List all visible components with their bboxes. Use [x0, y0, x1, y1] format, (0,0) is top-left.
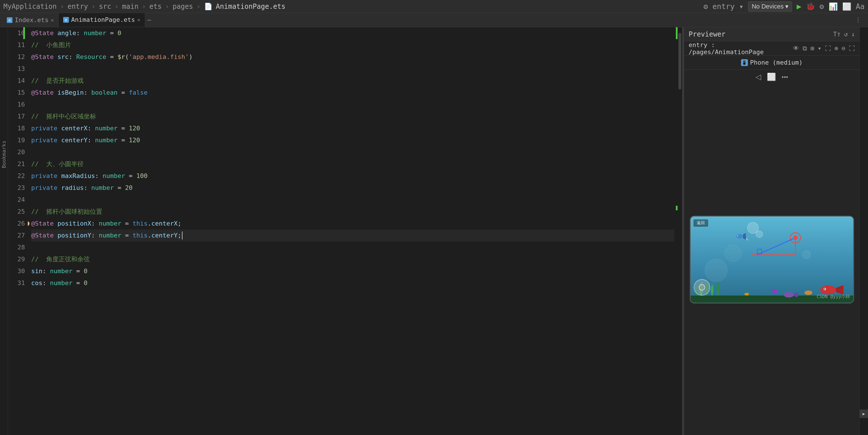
- code-line-31: cos: number = 0: [31, 277, 674, 289]
- tab-animation-ets[interactable]: e AnimationPage.ets ✕: [59, 13, 145, 27]
- sep6: ›: [196, 3, 200, 10]
- phone-icon: 📱: [741, 59, 748, 66]
- no-devices-button[interactable]: No Devices ▾: [748, 1, 792, 11]
- zoom-out-icon[interactable]: ⊖: [842, 45, 845, 52]
- run-button[interactable]: ▶: [797, 2, 801, 11]
- rotate-button[interactable]: ⬜: [767, 72, 776, 81]
- breadcrumb-myapp[interactable]: MyApplication: [3, 3, 57, 10]
- right-sidebar: ▶: [860, 27, 868, 435]
- build-icon[interactable]: ⚙: [819, 2, 824, 11]
- more-button[interactable]: •••: [781, 73, 788, 81]
- zoom-in-icon[interactable]: ⊕: [835, 45, 838, 52]
- code-line-23: private radius: number = 20: [31, 182, 674, 194]
- bubble-3: [705, 259, 727, 282]
- code-line-18: private centerX: number = 120: [31, 122, 674, 134]
- code-line-29: // 角度正弦和余弦: [31, 253, 674, 265]
- svg-point-15: [804, 290, 812, 295]
- tab-anim-label: AnimationPage.ets: [71, 16, 135, 23]
- code-line-21: // 大、小圆半径: [31, 158, 674, 170]
- code-line-24: [31, 194, 674, 206]
- sep3: ›: [115, 3, 119, 10]
- watermark: CSDN @yyy小杯: [817, 294, 850, 300]
- fish-cursor: [735, 232, 746, 242]
- font-size-icon[interactable]: Aa: [856, 2, 865, 11]
- tab-index-icon: e: [7, 17, 12, 23]
- code-line-25: // 摇杆小圆球初始位置: [31, 206, 674, 218]
- code-line-20: [31, 146, 674, 158]
- tab-index-close[interactable]: ✕: [51, 17, 54, 23]
- layers-icon[interactable]: ⧉: [803, 45, 807, 52]
- panel-options-icon[interactable]: ⋮: [855, 17, 861, 24]
- breadcrumb-main[interactable]: main: [122, 3, 138, 10]
- topbar-right: ⚙ entry ▾ No Devices ▾ ▶ 🐞 ⚙ 📊 ⬜ Aa: [703, 1, 865, 11]
- phone-frame: 返回: [690, 216, 854, 304]
- grid-icon[interactable]: ⊞: [810, 45, 814, 52]
- breadcrumb-pages[interactable]: pages: [173, 3, 193, 10]
- font-size-icon[interactable]: Tт: [833, 31, 841, 38]
- refresh-icon[interactable]: ↺: [844, 31, 848, 38]
- fit-icon[interactable]: ⛶: [825, 45, 831, 52]
- previewer-panel: Previewer Tт ↺ ↓ entry : /pages/Animatio…: [684, 27, 860, 435]
- main-layout: Bookmarks 10 11 12 13 14 15 16 17 18 19 …: [0, 27, 868, 435]
- tab-anim-icon: e: [63, 17, 69, 23]
- code-line-13: [31, 63, 674, 75]
- code-editor[interactable]: 10 11 12 13 14 15 16 17 18 19 20 21 22 2…: [8, 27, 682, 435]
- left-sidebar: Bookmarks: [0, 27, 8, 435]
- grid-expand-icon[interactable]: ▾: [817, 45, 821, 52]
- tab-index-label: Index.ets: [15, 17, 49, 24]
- debug-icon[interactable]: 🐞: [806, 2, 815, 11]
- svg-point-9: [793, 236, 798, 240]
- bookmarks-label: Bookmarks: [1, 141, 7, 168]
- code-line-28: [31, 242, 674, 253]
- entry-label[interactable]: entry ▾: [712, 2, 744, 11]
- breadcrumb-file[interactable]: AnimationPage.ets: [216, 3, 286, 10]
- top-bar: MyApplication › entry › src › main › ets…: [0, 0, 868, 13]
- svg-marker-1: [743, 232, 746, 240]
- svg-point-14: [824, 288, 825, 290]
- eye-icon[interactable]: 👁: [793, 45, 799, 52]
- phone-preview: 返回: [684, 84, 860, 435]
- download-icon[interactable]: ↓: [851, 31, 855, 38]
- line-numbers: 10 11 12 13 14 15 16 17 18 19 20 21 22 2…: [8, 27, 28, 435]
- tabs-more-button[interactable]: ⋯: [147, 17, 151, 24]
- code-line-26: @State positionX: number = this.centerX;: [31, 218, 674, 229]
- code-line-15: @State isBegin: boolean = false: [31, 87, 674, 99]
- code-line-27: @State positionY: number = this.centerY;: [31, 229, 674, 242]
- previewer-toolbar: 📱 Phone (medium): [684, 56, 860, 70]
- code-lines[interactable]: @State angle: number = 0 // 小鱼图片 @State …: [28, 27, 678, 435]
- scrollbar-track[interactable]: [678, 27, 682, 435]
- svg-point-21: [699, 284, 705, 290]
- previewer-path-bar: entry : /pages/AnimationPage 👁 ⧉ ⊞ ▾ ⛶ ⊕…: [684, 41, 860, 56]
- prev-button[interactable]: ◁: [755, 72, 761, 81]
- settings-icon[interactable]: ⚙: [703, 2, 708, 11]
- joystick: [693, 279, 710, 297]
- code-line-22: private maxRadius: number = 100: [31, 170, 674, 182]
- fullscreen-icon[interactable]: ⛶: [849, 45, 855, 52]
- multi-window-icon[interactable]: ⬜: [842, 2, 851, 11]
- svg-point-3: [737, 236, 737, 236]
- back-button[interactable]: 返回: [693, 219, 708, 227]
- breadcrumb-ets[interactable]: ets: [149, 3, 161, 10]
- code-line-16: [31, 99, 674, 111]
- code-line-30: sin: number = 0: [31, 265, 674, 277]
- sep4: ›: [142, 3, 146, 10]
- sep1: ›: [60, 3, 64, 10]
- bubble-5: [802, 250, 811, 259]
- tab-index-ets[interactable]: e Index.ets ✕: [2, 13, 59, 27]
- svg-point-17: [744, 293, 749, 296]
- side-play-button[interactable]: ▶: [860, 409, 868, 418]
- profile-icon[interactable]: 📊: [829, 2, 838, 11]
- sep5: ›: [165, 3, 169, 10]
- code-line-17: // 摇杆中心区域坐标: [31, 111, 674, 122]
- code-line-11: // 小鱼图片: [31, 39, 674, 51]
- scrollbar-thumb[interactable]: [678, 33, 681, 90]
- tab-anim-close[interactable]: ✕: [137, 17, 140, 23]
- underwater-scene: 返回: [691, 217, 853, 303]
- svg-point-16: [772, 290, 778, 293]
- breadcrumb-entry[interactable]: entry: [67, 3, 88, 10]
- angle-indicator: [751, 232, 803, 265]
- no-devices-label: No Devices: [752, 3, 783, 10]
- breadcrumb-src[interactable]: src: [99, 3, 111, 10]
- dropdown-icon: ▾: [785, 3, 788, 10]
- device-label: 📱 Phone (medium): [741, 59, 803, 66]
